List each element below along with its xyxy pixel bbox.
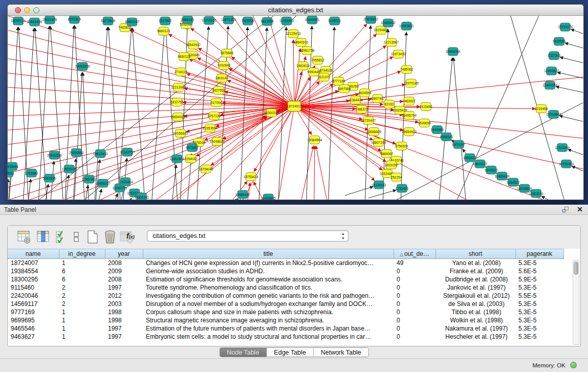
svg-text:10719155: 10719155 [202,18,216,22]
svg-text:8427552: 8427552 [212,89,226,92]
svg-text:9699695: 9699695 [418,121,431,125]
svg-text:9463627: 9463627 [403,99,416,103]
svg-text:9660123: 9660123 [157,29,170,33]
svg-text:20691406: 20691406 [27,20,42,24]
table-cell: 14569117 [8,300,59,308]
table-row[interactable]: 1872400712008Changes of HCN gene express… [8,259,563,267]
col-header-short[interactable]: short [435,249,515,259]
float-panel-icon[interactable] [562,207,570,213]
table-cell: 2012 [105,292,143,300]
table-cell: 0 [394,267,435,275]
svg-text:9115460: 9115460 [420,105,432,108]
svg-text:1615152: 1615152 [385,163,398,167]
svg-text:19654925: 19654925 [170,115,185,119]
table-row[interactable]: 1456911722003Disruption of a novel membe… [8,300,563,308]
table-selector-dropdown[interactable]: citations_edges.txt ▲▼ [147,230,349,242]
col-header-pagerank[interactable]: pagerank [515,249,563,259]
svg-text:12213987: 12213987 [384,40,399,44]
scrollbar-thumb[interactable] [574,261,578,275]
svg-text:10653247: 10653247 [124,20,139,24]
table-cell: 5.6E-5 [515,267,563,275]
svg-text:10756489: 10756489 [559,162,574,166]
tab-node-table[interactable]: Node Table [220,348,267,357]
table-cell: Stergiakouli et al. (2012) [435,292,515,300]
table-cell: 5.3E-5 [515,333,563,341]
svg-text:2803144: 2803144 [215,76,229,80]
col-header-in-degree[interactable]: in_degree [59,249,105,259]
table-cell: 0 [394,292,435,300]
table-settings-icon[interactable] [17,230,31,244]
col-header-year[interactable]: year [105,249,143,259]
svg-text:11451904: 11451904 [169,157,184,161]
svg-text:12213983: 12213983 [171,85,186,89]
table-cell: Dudbridge et al. (2008) [435,275,515,283]
table-cell: 9699695 [8,316,59,324]
table-cell: 2008 [105,275,143,283]
table-row[interactable]: 1830029562008Estimation of significance … [8,275,563,283]
table-cell: Genome-wide association studies in ADHD. [143,267,394,275]
svg-text:2718126: 2718126 [175,70,188,74]
svg-text:1733426: 1733426 [396,187,409,190]
svg-text:12125413: 12125413 [286,32,301,35]
table-cell: 19384554 [8,267,59,275]
svg-text:9890123: 9890123 [178,55,191,58]
table-cell: 5.3E-5 [515,324,563,333]
table-row[interactable]: 946554611997Estimation of the future num… [8,324,563,333]
table-cell: Estimation of the future numbers of pati… [143,324,394,333]
network-window[interactable]: citations_edges.txt 22420046271812612213… [7,4,584,200]
new-column-icon[interactable] [85,230,100,244]
network-canvas[interactable]: 2242004627181261221398318107551965492519… [8,16,583,200]
col-header-title[interactable]: title [143,249,394,259]
svg-text:7485063: 7485063 [400,68,413,71]
svg-text:12103349: 12103349 [555,146,570,149]
table-row[interactable]: 946362711997Embryonic stem cells: a mode… [8,333,563,341]
select-rows-icon[interactable] [55,230,67,244]
table-row[interactable]: 969969511998Structural magnetic resonanc… [8,316,563,324]
svg-text:8813054: 8813054 [261,19,274,23]
col-header-out-degree[interactable]: △out_de… [394,249,435,259]
table-panel-title: Table Panel [4,206,36,213]
svg-text:18807249: 18807249 [371,141,386,144]
svg-text:13505135: 13505135 [62,167,77,171]
dropdown-stepper-icon: ▲▼ [341,231,345,240]
delete-column-icon[interactable] [103,230,117,244]
svg-text:6479197: 6479197 [452,143,466,146]
table-cell: 0 [394,308,435,316]
svg-text:5051535: 5051535 [43,177,56,180]
col-header-name[interactable]: name [8,249,59,259]
svg-text:12444154: 12444154 [542,83,557,87]
close-panel-icon[interactable]: ✕ [577,205,583,213]
table-header-row: name in_degree year title △out_de… short… [8,249,563,259]
svg-text:1621072: 1621072 [317,75,331,79]
tab-network-table[interactable]: Network Table [314,348,368,357]
svg-text:16210643: 16210643 [546,113,561,116]
svg-text:20876812: 20876812 [363,17,378,21]
table-cell: 2 [59,283,105,292]
svg-text:15751074: 15751074 [558,25,573,29]
table-row[interactable]: 1938455462009Genome-wide association stu… [8,267,563,275]
function-builder-icon[interactable]: f(x) [126,232,135,240]
network-window-titlebar[interactable]: citations_edges.txt [8,5,583,16]
svg-text:10973493: 10973493 [391,52,406,56]
svg-text:18300295: 18300295 [264,111,279,115]
svg-text:15248612: 15248612 [210,140,225,143]
citation-network-graph[interactable]: 2242004627181261221398318107551965492519… [8,16,583,200]
table-row[interactable]: 911546021997Tourette syndrome. Phenomeno… [8,283,563,292]
table-cell: de Silva et al. (2003) [435,300,515,308]
svg-text:21364436: 21364436 [348,98,363,102]
table-panel-header: Table Panel ✕ [0,205,588,215]
table-row[interactable]: 977716911998Corpus callosum shape and si… [8,308,563,316]
tab-edge-table[interactable]: Edge Table [267,348,313,357]
show-columns-icon[interactable] [36,230,51,244]
table-cell: 9465546 [8,324,59,333]
svg-text:10807487: 10807487 [370,97,385,100]
table-cell: 5.3E-5 [515,316,563,324]
table-cell: 1 [59,324,105,333]
svg-text:9329966: 9329966 [553,39,566,43]
svg-text:7463822: 7463822 [118,26,132,29]
table-cell: 2 [59,292,105,300]
svg-text:10688609: 10688609 [366,130,381,134]
row-cells-icon[interactable] [72,230,80,244]
table-vertical-scrollbar[interactable] [573,260,579,345]
table-row[interactable]: 2242004622012Investigating the contribut… [8,292,563,300]
